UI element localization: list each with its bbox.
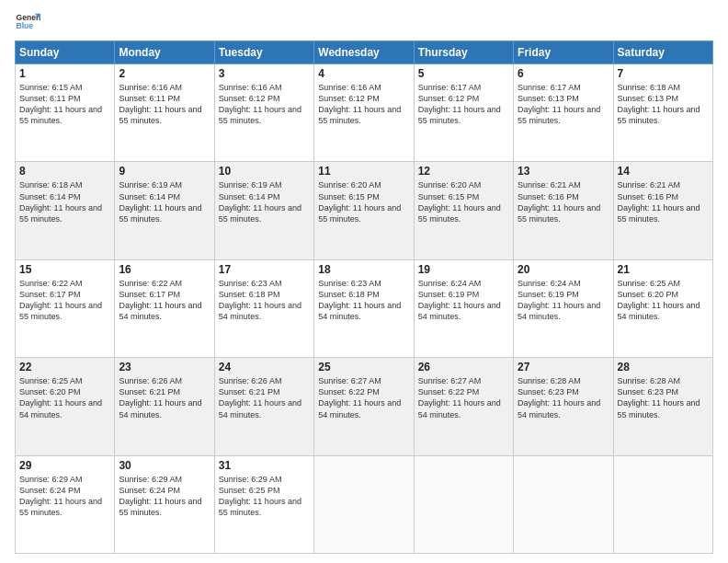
- calendar-cell: 29 Sunrise: 6:29 AMSunset: 6:24 PMDaylig…: [16, 455, 115, 553]
- day-number: 22: [19, 361, 110, 373]
- day-number: 4: [318, 67, 409, 80]
- day-number: 11: [318, 165, 409, 178]
- day-header-sunday: Sunday: [16, 41, 115, 64]
- day-info: Sunrise: 6:17 AMSunset: 6:12 PMDaylight:…: [418, 83, 501, 125]
- calendar-cell: 27 Sunrise: 6:28 AMSunset: 6:23 PMDaylig…: [514, 358, 613, 455]
- day-info: Sunrise: 6:20 AMSunset: 6:15 PMDaylight:…: [418, 180, 501, 223]
- day-info: Sunrise: 6:16 AMSunset: 6:12 PMDaylight:…: [219, 83, 301, 125]
- calendar-cell: 25 Sunrise: 6:27 AMSunset: 6:22 PMDaylig…: [314, 358, 414, 455]
- calendar-cell: 10 Sunrise: 6:19 AMSunset: 6:14 PMDaylig…: [214, 162, 313, 259]
- day-number: 31: [219, 459, 310, 472]
- calendar-cell: 19 Sunrise: 6:24 AMSunset: 6:19 PMDaylig…: [414, 259, 513, 357]
- day-info: Sunrise: 6:22 AMSunset: 6:17 PMDaylight:…: [19, 279, 102, 321]
- logo-icon: General Blue: [15, 9, 40, 35]
- day-number: 23: [119, 361, 210, 373]
- calendar-cell: [514, 455, 613, 553]
- calendar-cell: 23 Sunrise: 6:26 AMSunset: 6:21 PMDaylig…: [115, 358, 214, 455]
- day-number: 17: [219, 263, 310, 276]
- calendar-cell: 6 Sunrise: 6:17 AMSunset: 6:13 PMDayligh…: [514, 64, 613, 162]
- calendar-cell: 20 Sunrise: 6:24 AMSunset: 6:19 PMDaylig…: [514, 259, 613, 357]
- day-header-thursday: Thursday: [414, 41, 513, 64]
- calendar-cell: 13 Sunrise: 6:21 AMSunset: 6:16 PMDaylig…: [514, 162, 613, 259]
- day-header-wednesday: Wednesday: [314, 41, 414, 64]
- day-number: 28: [618, 361, 709, 373]
- day-info: Sunrise: 6:23 AMSunset: 6:18 PMDaylight:…: [219, 279, 301, 321]
- day-info: Sunrise: 6:18 AMSunset: 6:13 PMDaylight:…: [618, 83, 700, 125]
- day-info: Sunrise: 6:21 AMSunset: 6:16 PMDaylight:…: [618, 180, 700, 223]
- day-number: 21: [618, 263, 709, 276]
- day-info: Sunrise: 6:27 AMSunset: 6:22 PMDaylight:…: [418, 376, 501, 419]
- day-number: 27: [518, 361, 609, 373]
- day-number: 7: [618, 67, 709, 80]
- day-number: 18: [318, 263, 409, 276]
- day-header-friday: Friday: [514, 41, 613, 64]
- header: General Blue: [15, 9, 713, 35]
- calendar-cell: 7 Sunrise: 6:18 AMSunset: 6:13 PMDayligh…: [613, 64, 712, 162]
- page: General Blue SundayMondayTuesdayWednesda…: [0, 0, 728, 563]
- calendar-cell: 26 Sunrise: 6:27 AMSunset: 6:22 PMDaylig…: [414, 358, 513, 455]
- calendar-cell: 4 Sunrise: 6:16 AMSunset: 6:12 PMDayligh…: [314, 64, 414, 162]
- day-info: Sunrise: 6:29 AMSunset: 6:24 PMDaylight:…: [119, 475, 201, 517]
- day-number: 19: [418, 263, 509, 276]
- day-number: 13: [518, 165, 609, 178]
- day-number: 29: [19, 459, 110, 472]
- day-number: 20: [518, 263, 609, 276]
- calendar-cell: [414, 455, 513, 553]
- day-number: 12: [418, 165, 509, 178]
- calendar-week-1: 1 Sunrise: 6:15 AMSunset: 6:11 PMDayligh…: [16, 64, 713, 162]
- day-info: Sunrise: 6:26 AMSunset: 6:21 PMDaylight:…: [219, 376, 301, 419]
- day-number: 10: [219, 165, 310, 178]
- day-number: 30: [119, 459, 210, 472]
- day-info: Sunrise: 6:29 AMSunset: 6:25 PMDaylight:…: [219, 475, 301, 517]
- day-number: 8: [19, 165, 110, 178]
- calendar-cell: 16 Sunrise: 6:22 AMSunset: 6:17 PMDaylig…: [115, 259, 214, 357]
- calendar-cell: 15 Sunrise: 6:22 AMSunset: 6:17 PMDaylig…: [16, 259, 115, 357]
- calendar-header-row: SundayMondayTuesdayWednesdayThursdayFrid…: [16, 41, 713, 64]
- day-info: Sunrise: 6:16 AMSunset: 6:11 PMDaylight:…: [119, 83, 201, 125]
- calendar-cell: 12 Sunrise: 6:20 AMSunset: 6:15 PMDaylig…: [414, 162, 513, 259]
- logo: General Blue: [15, 9, 40, 35]
- day-info: Sunrise: 6:18 AMSunset: 6:14 PMDaylight:…: [19, 180, 102, 223]
- day-number: 5: [418, 67, 509, 80]
- day-number: 2: [119, 67, 210, 80]
- day-info: Sunrise: 6:28 AMSunset: 6:23 PMDaylight:…: [618, 376, 700, 419]
- calendar-cell: 24 Sunrise: 6:26 AMSunset: 6:21 PMDaylig…: [214, 358, 313, 455]
- day-info: Sunrise: 6:22 AMSunset: 6:17 PMDaylight:…: [119, 279, 201, 321]
- calendar-cell: 17 Sunrise: 6:23 AMSunset: 6:18 PMDaylig…: [214, 259, 313, 357]
- day-number: 14: [618, 165, 709, 178]
- calendar-week-2: 8 Sunrise: 6:18 AMSunset: 6:14 PMDayligh…: [16, 162, 713, 259]
- day-number: 25: [318, 361, 409, 373]
- day-header-monday: Monday: [115, 41, 214, 64]
- calendar-cell: 8 Sunrise: 6:18 AMSunset: 6:14 PMDayligh…: [16, 162, 115, 259]
- day-info: Sunrise: 6:17 AMSunset: 6:13 PMDaylight:…: [518, 83, 600, 125]
- calendar-cell: 28 Sunrise: 6:28 AMSunset: 6:23 PMDaylig…: [613, 358, 712, 455]
- day-number: 16: [119, 263, 210, 276]
- day-info: Sunrise: 6:19 AMSunset: 6:14 PMDaylight:…: [219, 180, 301, 223]
- day-info: Sunrise: 6:27 AMSunset: 6:22 PMDaylight:…: [318, 376, 401, 419]
- day-header-saturday: Saturday: [613, 41, 712, 64]
- day-number: 9: [119, 165, 210, 178]
- calendar-week-4: 22 Sunrise: 6:25 AMSunset: 6:20 PMDaylig…: [16, 358, 713, 455]
- day-info: Sunrise: 6:29 AMSunset: 6:24 PMDaylight:…: [19, 475, 102, 517]
- calendar-cell: 2 Sunrise: 6:16 AMSunset: 6:11 PMDayligh…: [115, 64, 214, 162]
- calendar-week-5: 29 Sunrise: 6:29 AMSunset: 6:24 PMDaylig…: [16, 455, 713, 553]
- calendar-cell: 18 Sunrise: 6:23 AMSunset: 6:18 PMDaylig…: [314, 259, 414, 357]
- calendar-cell: 3 Sunrise: 6:16 AMSunset: 6:12 PMDayligh…: [214, 64, 313, 162]
- day-number: 6: [518, 67, 609, 80]
- day-number: 3: [219, 67, 310, 80]
- day-info: Sunrise: 6:25 AMSunset: 6:20 PMDaylight:…: [19, 376, 102, 419]
- calendar-cell: [613, 455, 712, 553]
- day-info: Sunrise: 6:20 AMSunset: 6:15 PMDaylight:…: [318, 180, 401, 223]
- calendar-cell: 22 Sunrise: 6:25 AMSunset: 6:20 PMDaylig…: [16, 358, 115, 455]
- calendar-cell: 30 Sunrise: 6:29 AMSunset: 6:24 PMDaylig…: [115, 455, 214, 553]
- day-info: Sunrise: 6:26 AMSunset: 6:21 PMDaylight:…: [119, 376, 201, 419]
- day-info: Sunrise: 6:21 AMSunset: 6:16 PMDaylight:…: [518, 180, 600, 223]
- day-info: Sunrise: 6:16 AMSunset: 6:12 PMDaylight:…: [318, 83, 401, 125]
- day-info: Sunrise: 6:28 AMSunset: 6:23 PMDaylight:…: [518, 376, 600, 419]
- calendar-week-3: 15 Sunrise: 6:22 AMSunset: 6:17 PMDaylig…: [16, 259, 713, 357]
- day-info: Sunrise: 6:15 AMSunset: 6:11 PMDaylight:…: [19, 83, 102, 125]
- calendar-cell: [314, 455, 414, 553]
- day-number: 26: [418, 361, 509, 373]
- svg-text:Blue: Blue: [17, 21, 34, 30]
- day-info: Sunrise: 6:24 AMSunset: 6:19 PMDaylight:…: [418, 279, 501, 321]
